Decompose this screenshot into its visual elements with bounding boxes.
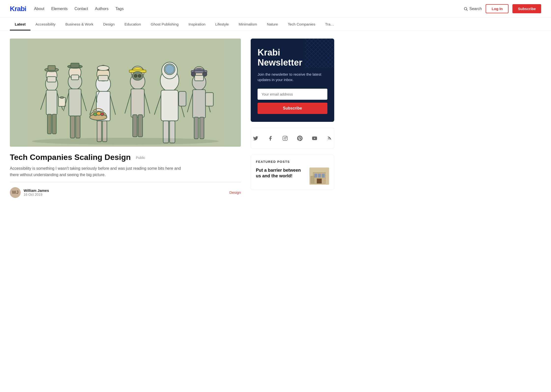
header-left: Krabi About Elements Contact Authors Tag… <box>10 5 124 13</box>
article-body: Tech Companies Scaling Design Public Acc… <box>10 147 241 182</box>
svg-point-44 <box>132 71 143 80</box>
svg-rect-23 <box>70 116 75 138</box>
svg-rect-48 <box>138 115 143 137</box>
svg-point-71 <box>32 138 219 145</box>
svg-rect-70 <box>200 117 204 139</box>
svg-point-30 <box>97 66 109 70</box>
svg-rect-9 <box>48 66 55 70</box>
article-card: Tech Companies Scaling Design Public Acc… <box>10 39 241 198</box>
nav-elements[interactable]: Elements <box>51 7 68 11</box>
newsletter-email-input[interactable] <box>258 89 327 100</box>
nav-tags[interactable]: Tags <box>115 7 124 11</box>
featured-post-item[interactable]: Put a barrier between us and the world! <box>256 168 329 185</box>
svg-rect-39 <box>131 89 144 117</box>
svg-rect-31 <box>98 75 108 81</box>
svg-point-46 <box>138 74 141 77</box>
svg-rect-81 <box>317 179 322 183</box>
subscribe-header-button[interactable]: Subscribe <box>512 4 541 13</box>
article-meta: WJ William James 16 Oct 2019 Design <box>10 187 241 198</box>
svg-point-45 <box>134 74 137 77</box>
category-ghost[interactable]: Ghost Publishing <box>146 18 183 30</box>
featured-post-image <box>309 168 329 185</box>
main-nav: About Elements Contact Authors Tags <box>34 7 124 11</box>
author-name[interactable]: William James <box>24 188 49 193</box>
avatar: WJ <box>10 187 21 198</box>
svg-rect-69 <box>194 117 198 139</box>
article-excerpt: Accessibility is something I wasn't taki… <box>10 165 182 178</box>
svg-rect-14 <box>52 114 56 134</box>
featured-posts-heading: FEATURED POSTS <box>256 160 329 164</box>
category-nature[interactable]: Nature <box>262 18 283 30</box>
svg-rect-78 <box>314 174 317 178</box>
twitter-icon[interactable] <box>251 134 260 143</box>
logo[interactable]: Krabi <box>10 5 26 13</box>
svg-rect-16 <box>69 89 81 116</box>
search-button[interactable]: Search <box>464 7 482 11</box>
svg-rect-50 <box>161 90 178 121</box>
svg-rect-4 <box>46 90 57 115</box>
svg-rect-24 <box>76 116 80 138</box>
svg-point-73 <box>284 137 286 139</box>
newsletter-box: Krabi Newsletter Join the newsletter to … <box>251 39 334 122</box>
newsletter-subscribe-button[interactable]: Subscribe <box>258 103 327 114</box>
rss-icon[interactable] <box>325 134 334 143</box>
svg-rect-11 <box>58 98 65 106</box>
svg-rect-22 <box>71 75 79 80</box>
svg-rect-68 <box>205 93 213 106</box>
svg-rect-56 <box>179 91 186 106</box>
newsletter-description: Join the newsletter to receive the lates… <box>258 72 327 83</box>
header-right: Search Log In Subscribe <box>464 4 541 13</box>
svg-line-1 <box>466 10 467 11</box>
category-inspiration[interactable]: Inspiration <box>184 18 210 30</box>
facebook-icon[interactable] <box>266 134 275 143</box>
search-icon <box>464 7 468 11</box>
svg-rect-47 <box>133 115 137 137</box>
svg-rect-13 <box>47 114 51 134</box>
featured-post-title: Put a barrier between us and the world! <box>256 168 306 179</box>
category-accessibility[interactable]: Accessibility <box>30 18 60 30</box>
sidebar: Krabi Newsletter Join the newsletter to … <box>251 39 334 198</box>
category-latest[interactable]: Latest <box>10 18 30 30</box>
category-education[interactable]: Education <box>120 18 146 30</box>
svg-point-35 <box>101 113 104 116</box>
youtube-icon[interactable] <box>310 134 319 143</box>
article-illustration <box>10 39 241 147</box>
nav-authors[interactable]: Authors <box>95 7 108 11</box>
category-lifestyle[interactable]: Lifestyle <box>210 18 234 30</box>
category-minimalism[interactable]: Minimalism <box>234 18 262 30</box>
nav-contact[interactable]: Contact <box>74 7 88 11</box>
svg-rect-60 <box>193 90 205 118</box>
nav-about[interactable]: About <box>34 7 44 11</box>
category-nav: Latest Accessibility Business & Work Des… <box>0 18 551 31</box>
svg-point-74 <box>286 137 287 137</box>
category-tra[interactable]: Tra… <box>320 18 339 30</box>
svg-rect-79 <box>318 174 321 178</box>
svg-point-0 <box>464 7 467 10</box>
public-badge: Public <box>136 156 145 160</box>
search-label: Search <box>469 7 482 11</box>
author-details: William James 16 Oct 2019 <box>24 188 49 196</box>
category-design[interactable]: Design <box>98 18 120 30</box>
author-info: WJ William James 16 Oct 2019 <box>10 187 49 198</box>
login-button[interactable]: Log In <box>486 4 508 13</box>
category-business[interactable]: Business & Work <box>60 18 98 30</box>
svg-rect-82 <box>311 176 314 183</box>
svg-point-75 <box>328 140 328 140</box>
instagram-icon[interactable] <box>281 134 290 143</box>
svg-rect-80 <box>322 174 325 178</box>
svg-rect-12 <box>60 97 63 98</box>
social-box <box>251 128 334 149</box>
article-title: Tech Companies Scaling Design Public <box>10 153 241 162</box>
header: Krabi About Elements Contact Authors Tag… <box>0 0 551 18</box>
category-tech[interactable]: Tech Companies <box>283 18 320 30</box>
article-image <box>10 39 241 147</box>
svg-rect-67 <box>195 75 203 81</box>
svg-rect-72 <box>283 136 287 140</box>
pinterest-icon[interactable] <box>295 134 304 143</box>
article-tag[interactable]: Design <box>229 190 241 195</box>
author-date: 16 Oct 2019 <box>24 193 49 196</box>
featured-posts: FEATURED POSTS Put a barrier between us … <box>251 155 334 190</box>
svg-rect-21 <box>71 63 79 68</box>
newsletter-title: Krabi Newsletter <box>258 47 327 68</box>
svg-point-53 <box>165 65 174 74</box>
